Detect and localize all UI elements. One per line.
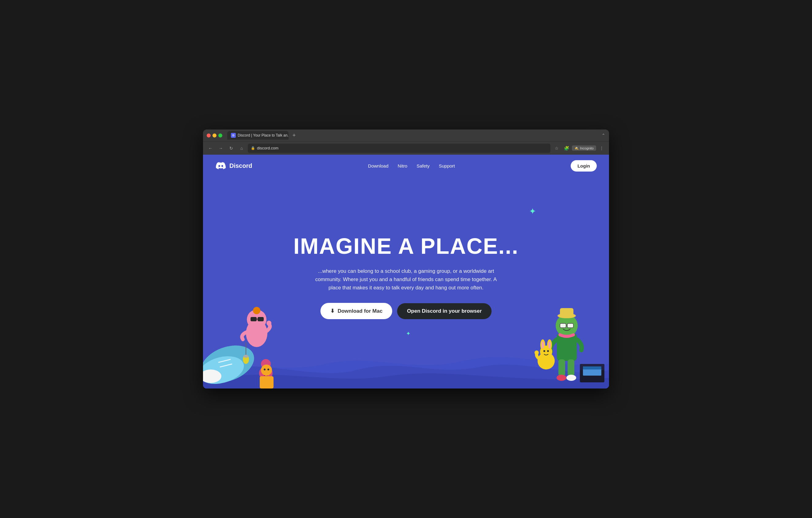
active-tab[interactable]: D Discord | Your Place to Talk an... × [227, 131, 289, 140]
svg-point-44 [534, 350, 539, 355]
browser-window: D Discord | Your Place to Talk an... × +… [203, 130, 609, 388]
character-left [203, 272, 289, 388]
svg-point-40 [542, 341, 544, 349]
maximize-window-button[interactable] [218, 134, 222, 137]
nav-link-safety[interactable]: Safety [416, 163, 430, 168]
sparkle-top-right: ✦ [529, 206, 536, 216]
sparkle-bottom-center: ✦ [406, 330, 411, 337]
minimize-window-button[interactable] [212, 134, 216, 137]
lock-icon: 🔒 [251, 146, 255, 150]
hero-subtitle: ...where you can belong to a school club… [311, 267, 501, 292]
discord-navbar: Discord Download Nitro Safety Support Lo… [203, 155, 609, 177]
extensions-button[interactable]: 🧩 [562, 144, 571, 153]
svg-point-17 [261, 364, 272, 376]
home-button[interactable]: ⌂ [237, 144, 246, 153]
forward-button[interactable]: → [216, 144, 225, 153]
svg-point-41 [548, 341, 551, 349]
svg-rect-48 [583, 366, 601, 370]
svg-point-34 [556, 375, 567, 381]
character-right [532, 272, 609, 388]
download-mac-label: Download for Mac [338, 308, 382, 314]
svg-point-42 [543, 350, 545, 352]
svg-rect-7 [251, 317, 257, 321]
svg-rect-32 [558, 359, 565, 376]
traffic-lights [207, 134, 222, 137]
hero-buttons: ⬇ Download for Mac Open Discord in your … [320, 303, 492, 319]
login-button[interactable]: Login [571, 160, 597, 171]
title-bar: D Discord | Your Place to Talk an... × +… [203, 130, 609, 141]
tab-title: Discord | Your Place to Talk an... [238, 133, 289, 137]
reload-button[interactable]: ↻ [227, 144, 235, 153]
discord-logo[interactable]: Discord [215, 161, 252, 171]
download-icon: ⬇ [330, 308, 335, 314]
address-bar[interactable]: 🔒 discord.com [248, 144, 550, 153]
close-window-button[interactable] [207, 134, 211, 137]
incognito-label: Incognito [580, 146, 594, 150]
address-text: discord.com [257, 146, 279, 151]
svg-point-43 [547, 350, 549, 352]
nav-bar: ← → ↻ ⌂ 🔒 discord.com ☆ 🧩 🕵 Incognito ⋮ [203, 141, 609, 155]
open-browser-button[interactable]: Open Discord in your browser [397, 303, 492, 319]
svg-point-35 [567, 375, 576, 381]
tab-favicon: D [231, 133, 236, 138]
back-button[interactable]: ← [206, 144, 215, 153]
svg-point-18 [264, 369, 266, 371]
svg-rect-28 [567, 323, 574, 328]
svg-rect-33 [568, 359, 574, 376]
download-mac-button[interactable]: ⬇ Download for Mac [320, 303, 392, 319]
nav-link-nitro[interactable]: Nitro [398, 163, 408, 168]
discord-nav-links: Download Nitro Safety Support [368, 163, 455, 168]
svg-point-11 [266, 321, 271, 326]
svg-rect-27 [560, 323, 566, 328]
svg-rect-8 [258, 317, 264, 321]
svg-rect-16 [260, 376, 273, 388]
discord-logo-icon [215, 161, 226, 171]
bookmark-button[interactable]: ☆ [552, 144, 561, 153]
svg-point-19 [267, 369, 269, 371]
nav-link-download[interactable]: Download [368, 163, 388, 168]
tab-bar: D Discord | Your Place to Talk an... × + [227, 131, 599, 140]
incognito-badge: 🕵 Incognito [572, 145, 596, 151]
window-controls-right: ⌃ [602, 133, 605, 138]
svg-point-10 [253, 307, 260, 314]
svg-point-22 [243, 355, 249, 358]
page-content: Discord Download Nitro Safety Support Lo… [203, 155, 609, 388]
hero-title: IMAGINE A PLACE... [293, 234, 519, 258]
nav-right-controls: ☆ 🧩 🕵 Incognito ⋮ [552, 144, 606, 153]
incognito-icon: 🕵 [574, 146, 579, 150]
nav-link-support[interactable]: Support [439, 163, 455, 168]
menu-button[interactable]: ⋮ [597, 144, 606, 153]
discord-logo-text: Discord [229, 162, 252, 169]
new-tab-button[interactable]: + [290, 131, 298, 140]
svg-rect-26 [560, 308, 574, 317]
